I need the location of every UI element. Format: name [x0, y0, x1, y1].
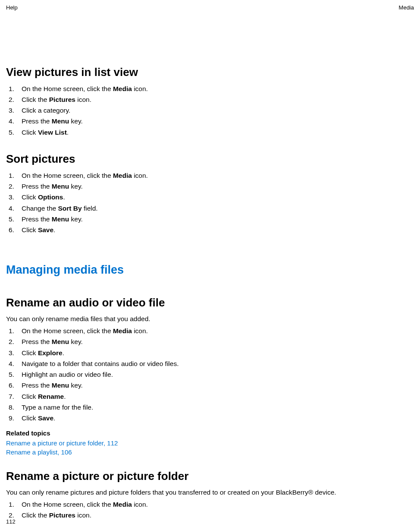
step-number: 1. — [6, 84, 22, 94]
step-number: 8. — [6, 402, 22, 412]
step-number: 5. — [6, 214, 22, 224]
heading-managing-media: Managing media files — [6, 261, 414, 279]
steps-sort-pictures: 1.On the Home screen, click the Media ic… — [6, 170, 414, 236]
page-number: 112 — [6, 517, 16, 526]
step-number: 4. — [6, 359, 22, 369]
header-right: Media — [399, 3, 414, 12]
list-item: 1.On the Home screen, click the Media ic… — [6, 325, 414, 336]
step-text: Press the Menu key. — [22, 181, 83, 191]
step-number: 2. — [6, 181, 22, 191]
step-number: 5. — [6, 127, 22, 137]
step-number: 2. — [6, 337, 22, 347]
step-text: Click View List. — [22, 127, 69, 137]
step-number: 6. — [6, 380, 22, 390]
step-text: Click Options. — [22, 192, 65, 202]
step-text: Press the Menu key. — [22, 116, 83, 126]
list-item: 3.Click Explore. — [6, 347, 414, 358]
note-rename-audio-video: You can only rename media files that you… — [6, 314, 414, 324]
step-text: Click the Pictures icon. — [22, 510, 91, 520]
list-item: 5.Press the Menu key. — [6, 214, 414, 224]
step-text: Press the Menu key. — [22, 214, 83, 224]
step-number: 1. — [6, 499, 22, 509]
step-text: On the Home screen, click the Media icon… — [22, 326, 148, 336]
step-text: On the Home screen, click the Media icon… — [22, 170, 148, 180]
step-number: 3. — [6, 348, 22, 358]
list-item: 4.Change the Sort By field. — [6, 203, 414, 214]
step-text: Type a name for the file. — [22, 402, 93, 412]
heading-view-pictures: View pictures in list view — [6, 64, 414, 81]
step-number: 1. — [6, 326, 22, 336]
step-text: On the Home screen, click the Media icon… — [22, 84, 148, 94]
list-item: 7.Click Rename. — [6, 391, 414, 402]
list-item: 6.Click Save. — [6, 224, 414, 235]
step-text: Press the Menu key. — [22, 337, 83, 347]
list-item: 8.Type a name for the file. — [6, 402, 414, 413]
step-number: 2. — [6, 95, 22, 104]
steps-rename-audio-video: 1.On the Home screen, click the Media ic… — [6, 325, 414, 423]
step-number: 3. — [6, 105, 22, 115]
step-text: Click Save. — [22, 413, 55, 423]
steps-view-pictures: 1.On the Home screen, click the Media ic… — [6, 83, 414, 138]
list-item: 3.Click a category. — [6, 105, 414, 116]
list-item: 4.Navigate to a folder that contains aud… — [6, 358, 414, 369]
step-number: 4. — [6, 203, 22, 213]
list-item: 2.Click the Pictures icon. — [6, 94, 414, 105]
list-item: 1.On the Home screen, click the Media ic… — [6, 83, 414, 94]
related-link-2[interactable]: Rename a playlist, 106 — [6, 448, 414, 457]
list-item: 1.On the Home screen, click the Media ic… — [6, 499, 414, 510]
list-item: 1.On the Home screen, click the Media ic… — [6, 170, 414, 181]
note-rename-picture: You can only rename pictures and picture… — [6, 487, 414, 497]
list-item: 2.Press the Menu key. — [6, 181, 414, 192]
step-number: 1. — [6, 170, 22, 180]
step-text: Click a category. — [22, 105, 70, 115]
step-number: 9. — [6, 413, 22, 423]
step-number: 7. — [6, 391, 22, 401]
related-link-1[interactable]: Rename a picture or picture folder, 112 — [6, 439, 414, 448]
heading-sort-pictures: Sort pictures — [6, 151, 414, 167]
list-item: 5.Click View List. — [6, 127, 414, 138]
step-number: 5. — [6, 369, 22, 379]
step-text: On the Home screen, click the Media icon… — [22, 499, 148, 509]
step-text: Click the Pictures icon. — [22, 95, 91, 104]
list-item: 6.Press the Menu key. — [6, 380, 414, 391]
list-item: 3.Click Options. — [6, 192, 414, 202]
list-item: 4.Press the Menu key. — [6, 116, 414, 126]
heading-rename-audio-video: Rename an audio or video file — [6, 294, 414, 311]
step-text: Click Rename. — [22, 391, 66, 401]
step-text: Navigate to a folder that contains audio… — [22, 359, 179, 369]
step-number: 6. — [6, 225, 22, 235]
step-number: 3. — [6, 192, 22, 202]
heading-rename-picture: Rename a picture or picture folder — [6, 468, 414, 485]
list-item: 9.Click Save. — [6, 413, 414, 423]
step-text: Highlight an audio or video file. — [22, 369, 113, 379]
step-text: Change the Sort By field. — [22, 203, 98, 213]
list-item: 5.Highlight an audio or video file. — [6, 369, 414, 380]
steps-rename-picture: 1.On the Home screen, click the Media ic… — [6, 499, 414, 521]
list-item: 2.Click the Pictures icon. — [6, 510, 414, 521]
page-header: Help Media — [6, 3, 414, 12]
step-text: Click Save. — [22, 225, 55, 235]
related-topics-heading: Related topics — [6, 429, 414, 439]
step-text: Press the Menu key. — [22, 380, 83, 390]
step-number: 4. — [6, 116, 22, 126]
list-item: 2.Press the Menu key. — [6, 336, 414, 347]
header-left: Help — [6, 3, 18, 12]
step-text: Click Explore. — [22, 348, 64, 358]
